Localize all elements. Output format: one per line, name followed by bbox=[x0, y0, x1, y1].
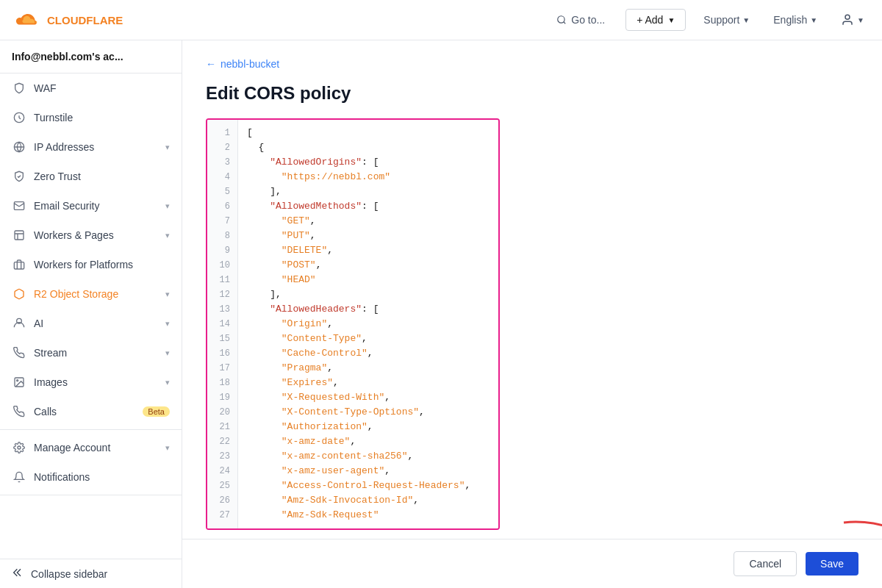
add-chevron-icon: ▼ bbox=[667, 16, 675, 24]
svg-rect-4 bbox=[14, 202, 24, 210]
ai-chevron-icon: ▾ bbox=[165, 319, 170, 329]
sidebar-stream-label: Stream bbox=[34, 347, 158, 359]
line-number: 14 bbox=[207, 317, 237, 331]
line-number: 8 bbox=[207, 229, 237, 243]
code-line: "X-Content-Type-Options", bbox=[247, 405, 490, 420]
add-button[interactable]: + Add ▼ bbox=[625, 9, 686, 31]
sidebar-item-calls[interactable]: Calls Beta bbox=[0, 397, 182, 426]
collapse-sidebar-label: Collapse sidebar bbox=[31, 568, 107, 580]
cf-logo-icon bbox=[12, 10, 41, 30]
code-line: "x-amz-date", bbox=[247, 434, 490, 449]
sidebar-item-waf[interactable]: WAF bbox=[0, 74, 182, 103]
breadcrumb[interactable]: ← nebbl-bucket bbox=[206, 58, 858, 70]
main-area: ← nebbl-bucket Edit CORS policy 12345678… bbox=[182, 40, 882, 588]
code-line: ], bbox=[247, 184, 490, 199]
ip-chevron-icon: ▾ bbox=[165, 143, 170, 152]
waf-icon bbox=[12, 81, 26, 96]
code-line: "Cache-Control", bbox=[247, 346, 490, 361]
sidebar-item-email-security[interactable]: Email Security ▾ bbox=[0, 191, 182, 220]
sidebar-workers-pages-label: Workers & Pages bbox=[34, 229, 158, 241]
user-menu[interactable]: ▼ bbox=[835, 9, 870, 31]
line-number: 16 bbox=[207, 346, 237, 361]
line-number: 26 bbox=[207, 493, 237, 508]
email-security-icon bbox=[12, 198, 26, 213]
workers-pages-chevron-icon: ▾ bbox=[165, 231, 170, 240]
line-number: 6 bbox=[207, 199, 237, 214]
main-content: ← nebbl-bucket Edit CORS policy 12345678… bbox=[182, 40, 882, 539]
notifications-icon bbox=[12, 470, 26, 484]
cors-policy-editor[interactable]: 1234567891011121314151617181920212223242… bbox=[206, 118, 500, 530]
code-line: "Content-Type", bbox=[247, 331, 490, 346]
code-line: { bbox=[247, 140, 490, 155]
turnstile-icon bbox=[12, 110, 26, 125]
editor-scroll-area[interactable]: 1234567891011121314151617181920212223242… bbox=[207, 120, 498, 528]
sidebar-item-zero-trust[interactable]: Zero Trust bbox=[0, 162, 182, 191]
support-menu[interactable]: Support ▼ bbox=[698, 10, 756, 30]
sidebar-manage-account-label: Manage Account bbox=[34, 442, 158, 453]
images-chevron-icon: ▾ bbox=[165, 378, 170, 387]
cloudflare-logo-text: CLOUDFLARE bbox=[47, 14, 123, 26]
email-security-chevron-icon: ▾ bbox=[165, 201, 170, 211]
code-line: "https://nebbl.com" bbox=[247, 170, 490, 184]
workers-platforms-icon bbox=[12, 257, 26, 272]
r2-chevron-icon: ▾ bbox=[165, 290, 170, 299]
sidebar-item-images[interactable]: Images ▾ bbox=[0, 368, 182, 397]
sidebar-item-stream[interactable]: Stream ▾ bbox=[0, 338, 182, 368]
workers-pages-icon bbox=[12, 228, 26, 243]
line-number: 20 bbox=[207, 405, 237, 420]
language-menu[interactable]: English ▼ bbox=[767, 10, 823, 30]
sidebar-item-turnstile[interactable]: Turnstile bbox=[0, 103, 182, 132]
line-number: 10 bbox=[207, 258, 237, 273]
code-line: "HEAD" bbox=[247, 273, 490, 287]
sidebar-item-notifications[interactable]: Notifications bbox=[0, 462, 182, 492]
goto-button[interactable]: Go to... bbox=[548, 10, 614, 30]
sidebar-item-r2-object-storage[interactable]: R2 Object Storage ▾ bbox=[0, 279, 182, 309]
sidebar-notifications-label: Notifications bbox=[34, 471, 170, 483]
manage-account-icon bbox=[12, 440, 26, 455]
line-number: 13 bbox=[207, 302, 237, 317]
account-label: Info@nebbl.com's ac... bbox=[0, 40, 182, 74]
sidebar-item-manage-account[interactable]: Manage Account ▾ bbox=[0, 433, 182, 462]
save-button[interactable]: Save bbox=[806, 552, 858, 576]
footer-bar: Cancel Save bbox=[182, 539, 882, 588]
code-line: "AllowedMethods": [ bbox=[247, 199, 490, 214]
code-display: 1234567891011121314151617181920212223242… bbox=[207, 120, 498, 528]
line-number: 1 bbox=[207, 126, 237, 140]
line-number: 18 bbox=[207, 376, 237, 390]
code-content: [ { "AllowedOrigins": [ "https://nebbl.c… bbox=[238, 120, 498, 528]
sidebar-item-workers-platforms[interactable]: Workers for Platforms bbox=[0, 250, 182, 279]
line-number: 24 bbox=[207, 464, 237, 478]
line-number: 17 bbox=[207, 361, 237, 376]
sidebar-workers-platforms-label: Workers for Platforms bbox=[34, 259, 170, 270]
user-icon bbox=[841, 13, 854, 26]
line-number: 11 bbox=[207, 273, 237, 287]
line-number: 2 bbox=[207, 140, 237, 155]
sidebar-calls-label: Calls bbox=[34, 406, 135, 417]
images-icon bbox=[12, 375, 26, 390]
code-line: "AllowedOrigins": [ bbox=[247, 155, 490, 170]
sidebar-item-ai[interactable]: AI ▾ bbox=[0, 309, 182, 338]
sidebar-email-security-label: Email Security bbox=[34, 200, 158, 212]
code-line: "POST", bbox=[247, 258, 490, 273]
sidebar-turnstile-label: Turnstile bbox=[34, 112, 170, 123]
line-number: 21 bbox=[207, 420, 237, 434]
line-number: 9 bbox=[207, 243, 237, 258]
ip-addresses-icon bbox=[12, 140, 26, 154]
sidebar-item-ip-addresses[interactable]: IP Addresses ▾ bbox=[0, 132, 182, 162]
cloudflare-logo[interactable]: CLOUDFLARE bbox=[12, 10, 123, 30]
cancel-button[interactable]: Cancel bbox=[734, 551, 797, 576]
r2-object-storage-icon bbox=[12, 287, 26, 301]
line-number: 7 bbox=[207, 214, 237, 229]
sidebar-item-workers-pages[interactable]: Workers & Pages ▾ bbox=[0, 220, 182, 250]
calls-icon bbox=[12, 404, 26, 419]
sidebar: Info@nebbl.com's ac... WAF Turnstile IP … bbox=[0, 40, 182, 588]
collapse-sidebar-button[interactable]: Collapse sidebar bbox=[0, 559, 182, 588]
code-line: "x-amz-content-sha256", bbox=[247, 449, 490, 464]
svg-point-9 bbox=[18, 446, 21, 449]
breadcrumb-arrow-icon: ← bbox=[206, 58, 216, 70]
code-line: "X-Requested-With", bbox=[247, 390, 490, 405]
red-arrow-annotation bbox=[829, 508, 882, 539]
code-line: "Pragma", bbox=[247, 361, 490, 376]
svg-rect-5 bbox=[15, 231, 24, 240]
sidebar-images-label: Images bbox=[34, 376, 158, 388]
